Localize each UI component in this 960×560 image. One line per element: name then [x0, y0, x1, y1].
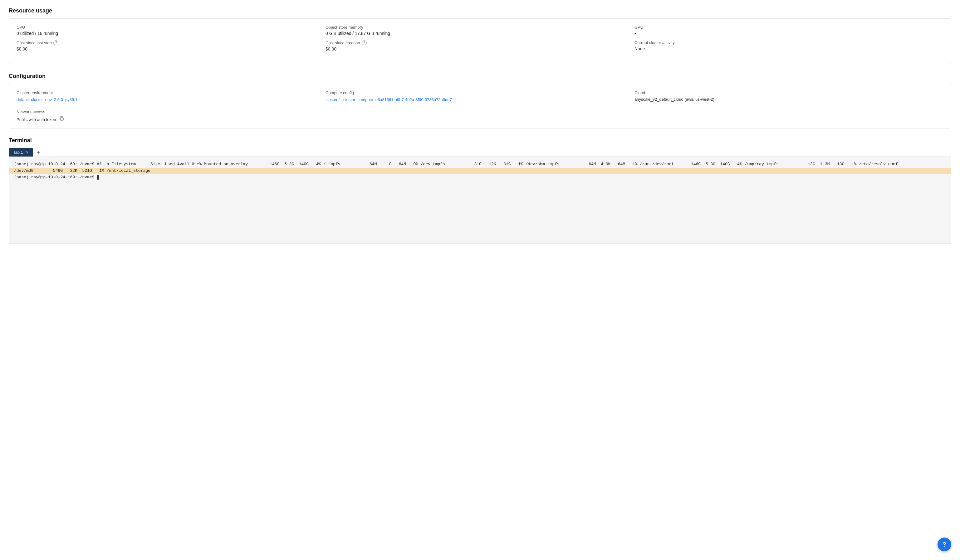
- terminal-tab-1-label: Tab 1: [13, 150, 23, 155]
- compute-config-label: Compute config: [325, 91, 628, 95]
- cluster-env-cell: Cluster environment default_cluster_env_…: [16, 91, 325, 102]
- svg-rect-0: [61, 118, 63, 120]
- compute-config-cell: Compute config cluster-1_cluster_compute…: [325, 91, 635, 102]
- cloud-cell: Cloud anyscale_v2_default_cloud (aws, us…: [635, 91, 944, 102]
- object-store-cost-label: Cost since creation ?: [325, 40, 635, 45]
- cpu-label: CPU: [16, 25, 325, 30]
- network-access-value: Public with auth token: [16, 116, 937, 122]
- cloud-label: Cloud: [635, 91, 937, 95]
- cluster-activity-value: None: [635, 46, 944, 51]
- terminal-tabs-bar: Tab 1 ✕ +: [9, 148, 951, 156]
- terminal-line: tmpfs 64M 4.0K 64M 1% /run: [547, 162, 650, 166]
- gpu-label: GPU: [635, 25, 944, 30]
- object-store-metric: Object store memory 0 GiB utilized / 17.…: [325, 25, 635, 58]
- terminal-tab-1-close-icon[interactable]: ✕: [26, 151, 29, 154]
- configuration-title: Configuration: [9, 73, 951, 80]
- terminal-title: Terminal: [9, 137, 951, 144]
- cpu-value: 0 utilized / 16 running: [16, 31, 325, 36]
- cpu-cost-label: Cost since last start ?: [16, 40, 325, 45]
- network-access-cell: Network access Public with auth token: [16, 108, 944, 122]
- object-store-cost-help-icon[interactable]: ?: [362, 40, 367, 45]
- terminal-line: tmpfs 13G 1.3M 13G 1% /etc/resolv.conf: [766, 162, 898, 166]
- compute-config-link[interactable]: cluster-1_cluster_compute_e6a81661-a9b7-…: [325, 97, 452, 102]
- gpu-metric: GPU - Current cluster activity None: [635, 25, 944, 58]
- cpu-metric: CPU 0 utilized / 16 running Cost since l…: [16, 25, 325, 58]
- cluster-env-label: Cluster environment: [16, 91, 319, 95]
- cpu-cost-help-icon[interactable]: ?: [53, 40, 58, 45]
- terminal-line: (base) ray@ip-10-0-24-169:~/nvme$ df -h: [14, 162, 109, 166]
- metrics-grid: CPU 0 utilized / 16 running Cost since l…: [16, 25, 944, 58]
- object-store-value: 0 GiB utilized / 17.87 GiB running: [325, 31, 635, 36]
- terminal-line: overlay 146G 5.3G 140G 4% /: [230, 162, 325, 166]
- terminal-add-tab-button[interactable]: +: [34, 148, 43, 156]
- terminal-line: Filesystem Size Used Avail Use% Mounted …: [111, 162, 228, 166]
- copy-token-icon[interactable]: [59, 116, 64, 121]
- object-store-cost-value: $0.00: [325, 46, 635, 51]
- resource-usage-card: CPU 0 utilized / 16 running Cost since l…: [9, 18, 951, 64]
- terminal-line: /dev/md0 549G 32K 521G 1% /mnt/local_sto…: [9, 168, 951, 174]
- cluster-env-link[interactable]: default_cluster_env_2.5.0_py39:1: [16, 97, 77, 102]
- object-store-label: Object store memory: [325, 25, 635, 30]
- cloud-value: anyscale_v2_default_cloud (aws, us-west-…: [635, 97, 937, 102]
- terminal-tab-1[interactable]: Tab 1 ✕: [9, 148, 33, 156]
- network-access-label: Network access: [16, 109, 937, 114]
- cpu-cost-value: $0.00: [16, 46, 325, 51]
- terminal-line: tmpfs 31G 12K 31G 1% /dev/shm: [433, 162, 545, 166]
- terminal-line: /dev/root 146G 5.3G 140G 4% /tmp/ray: [652, 162, 764, 166]
- terminal-line: (base) ray@ip-10-0-24-169:~/nvme$: [14, 175, 99, 180]
- gpu-value: -: [635, 31, 944, 36]
- config-grid: Cluster environment default_cluster_env_…: [16, 91, 944, 122]
- terminal-body[interactable]: (base) ray@ip-10-0-24-169:~/nvme$ df -h …: [9, 156, 951, 244]
- terminal-cursor: [97, 175, 99, 180]
- cluster-activity-label: Current cluster activity: [635, 40, 944, 45]
- terminal-line: tmpfs 64M 0 64M 0% /dev: [328, 162, 430, 166]
- resource-usage-title: Resource usage: [9, 8, 951, 14]
- configuration-card: Cluster environment default_cluster_env_…: [9, 84, 951, 128]
